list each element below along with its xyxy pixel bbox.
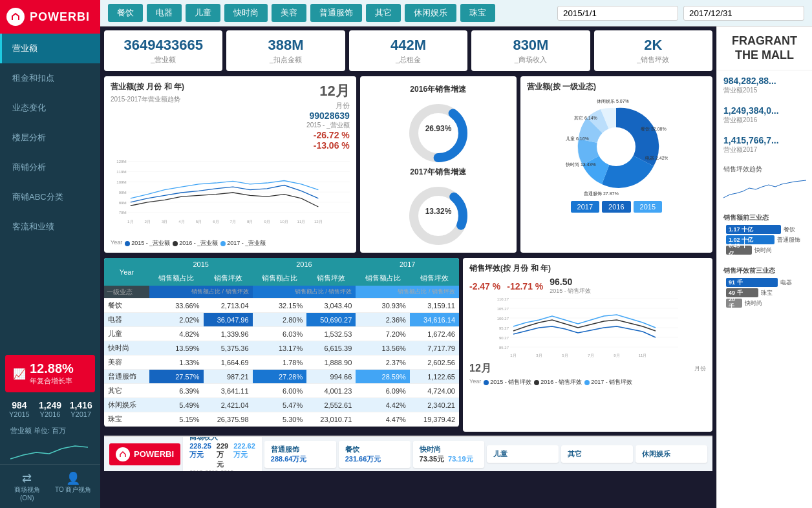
svg-text:9月: 9月 [614, 354, 619, 357]
bottom-catering-title: 餐饮 [345, 445, 404, 454]
svg-text:129M: 129M [116, 159, 126, 164]
legend-2016: 2016 - _营业额 [173, 239, 218, 248]
kpi-efficiency: 2K _销售坪效 [594, 30, 712, 71]
content-wrapper: 3649433665 _营业额 388M _扣点金额 442M _总租金 830… [100, 26, 812, 508]
cat-beauty: 美容 [104, 355, 149, 370]
svg-text:105.27: 105.27 [497, 307, 509, 311]
sidebar-item-rent[interactable]: 租金和扣点 [0, 63, 100, 93]
legend-2017: 2017 - _营业额 [220, 239, 266, 248]
bottom-card-leisure: 休闲娱乐 [636, 445, 707, 463]
kpi-revenue-label: _营业额 [113, 55, 213, 65]
stat-2016: 1,249 Y2016 [36, 400, 65, 418]
svg-text:快时尚 13.43%: 快时尚 13.43% [565, 162, 596, 167]
table-row: 普通服饰 27.57%987.21 27.28%994.66 28.59%1,1… [104, 370, 459, 384]
table-row: 珠宝 5.15%26,375.98 5.30%23,010.71 4.47%19… [104, 412, 459, 427]
svg-text:3月: 3月 [536, 354, 542, 357]
svg-text:11月: 11月 [639, 354, 647, 357]
th-efficiency-2017: 销售坪效 [410, 271, 459, 286]
rp-val-2016: 1,249,384,0... [723, 105, 806, 116]
sidebar-nav: 营业额 租金和扣点 业态变化 楼层分析 商铺分析 商铺ABC分类 客流和业绩 [0, 34, 100, 352]
kpi-rent: 442M _总租金 [349, 30, 467, 71]
year-btn-2016[interactable]: 2016 [602, 201, 630, 213]
legend-2015: 2015 - _营业额 [125, 239, 170, 248]
rp-sparkline-label: 销售坪效趋势 [723, 165, 806, 174]
svg-text:12月: 12月 [314, 219, 323, 224]
svg-point-27 [422, 116, 455, 150]
tab-other[interactable]: 其它 [366, 4, 401, 22]
date-end-input[interactable] [683, 6, 804, 21]
svg-text:6月: 6月 [213, 219, 219, 224]
table-row: 电器 2.02%36,047.96 2.80%50,690.27 2.36%34… [104, 313, 459, 327]
svg-text:26.93%: 26.93% [425, 124, 451, 133]
sidebar-item-flow[interactable]: 客流和业绩 [0, 212, 100, 242]
pct1: -26.72 % [306, 130, 350, 140]
bottom-mall-years: 201720162015 [189, 469, 255, 471]
line-chart-legend: Year 2015 - _营业额 2016 - _营业额 2017 - _营业额 [111, 239, 350, 248]
date-range [557, 6, 804, 21]
se-val: 96.50 [550, 277, 591, 287]
sidebar-item-floor[interactable]: 楼层分析 [0, 123, 100, 153]
bottom-section: POWERBI 商场收入 228.25万元 229万元 222.62万元 201… [104, 436, 712, 471]
main-content: 餐饮 电器 儿童 快时尚 美容 普通服饰 其它 休闲娱乐 珠宝 36494336… [100, 0, 812, 508]
merchant-view-btn[interactable]: 👤 TO 商户视角 [53, 471, 94, 502]
stat-2017-label: Y2017 [67, 410, 95, 418]
svg-text:10月: 10月 [280, 219, 288, 224]
pie-chart-card: 营业额(按 一级业态) [520, 76, 712, 253]
sidebar-item-change[interactable]: 业态变化 [0, 93, 100, 123]
center-content: 3649433665 _营业额 388M _扣点金额 442M _总租金 830… [100, 26, 716, 508]
rp-val-2017: 1,415,766,7... [723, 135, 806, 145]
stat-2015-label: Y2015 [5, 410, 34, 418]
tab-leisure[interactable]: 休闲娱乐 [405, 4, 456, 22]
svg-text:99M: 99M [119, 190, 127, 195]
svg-text:4月: 4月 [178, 219, 184, 224]
sidebar-item-yingyee[interactable]: 营业额 [0, 34, 100, 63]
tab-jewelry[interactable]: 珠宝 [460, 4, 495, 22]
se-month-label: 月份 [694, 365, 706, 373]
th-year: Year [104, 258, 149, 286]
bottom-fashion-val2: 73.19元 [448, 454, 473, 464]
mall-view-btn[interactable]: ⇄ 商场视角 (ON) [6, 471, 48, 502]
se-metric-2: -12.71 % [507, 281, 543, 291]
logo-icon [6, 8, 25, 26]
donut-2017: 2017年销售增速 13.32% [367, 167, 510, 245]
stat-2017: 1,416 Y2017 [67, 400, 95, 418]
kpi-mall-label: _商场收入 [480, 55, 581, 65]
year-btn-2017[interactable]: 2017 [571, 201, 599, 213]
tab-clothing[interactable]: 普通服饰 [310, 4, 362, 22]
svg-point-34 [597, 127, 636, 166]
kpi-revenue-value: 3649433665 [113, 37, 213, 54]
bottom-card-mall: 商场收入 228.25万元 229万元 222.62万元 20172016201… [183, 436, 262, 471]
date-start-input[interactable] [557, 6, 678, 21]
tab-children[interactable]: 儿童 [186, 4, 220, 22]
bottom-logo-text: POWERBI [134, 449, 174, 459]
top-nav: 餐饮 电器 儿童 快时尚 美容 普通服饰 其它 休闲娱乐 珠宝 [100, 0, 812, 26]
sidebar-stats: 984 Y2015 1,249 Y2016 1,416 Y2017 [0, 395, 100, 423]
se-legend-2015: 2015 - 销售坪效 [484, 378, 531, 386]
bottom-val-1: 228.25万元 [189, 442, 211, 469]
mall-label: 商场视角 (ON) [14, 486, 40, 502]
tab-fashion[interactable]: 快时尚 [224, 4, 268, 22]
svg-text:100.27: 100.27 [497, 317, 509, 321]
year-btn-2015[interactable]: 2015 [634, 201, 662, 213]
svg-text:119M: 119M [116, 169, 126, 174]
rp-bar-1: 1.17 十亿 餐饮 [726, 225, 803, 234]
tab-beauty[interactable]: 美容 [272, 4, 306, 22]
se-legend-2016: 2016 - 销售坪效 [534, 378, 582, 386]
month-value: 99028639 [306, 111, 350, 121]
rp-val-2015: 984,282,88... [723, 76, 806, 86]
rp-bar-3-fill: 0.49 十亿 [726, 246, 752, 255]
sidebar-item-shop[interactable]: 商铺分析 [0, 153, 100, 182]
kpi-deduction-label: _扣点金额 [235, 55, 336, 65]
tab-catering[interactable]: 餐饮 [108, 4, 143, 22]
rp-bar2-title: 销售坪效前三业态 [723, 266, 806, 275]
tab-electronics[interactable]: 电器 [147, 4, 182, 22]
bottom-val-3: 222.62万元 [233, 442, 255, 469]
svg-text:1月: 1月 [127, 219, 133, 224]
sidebar-logo: POWERBI [0, 0, 100, 34]
svg-text:7月: 7月 [230, 219, 236, 224]
sidebar-unit: 营业额 单位: 百万 [0, 423, 100, 438]
svg-text:13.32%: 13.32% [425, 207, 451, 216]
mall-icon: ⇄ [6, 471, 48, 485]
sales-efficiency-card: 销售坪效(按 月份 和 年) -2.47 % -12.71 % 96.50 20… [463, 258, 712, 432]
sidebar-item-abc[interactable]: 商铺ABC分类 [0, 182, 100, 212]
